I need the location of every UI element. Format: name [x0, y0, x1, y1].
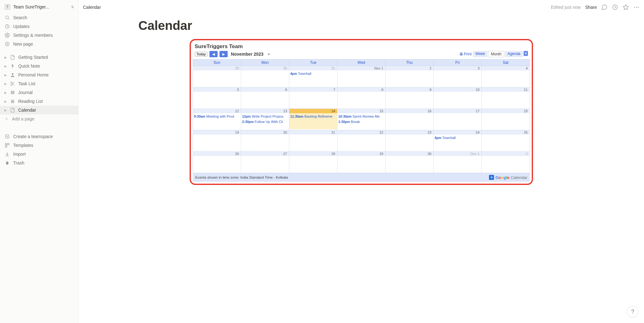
day-header: Thu	[386, 59, 434, 66]
settings-button[interactable]: Settings & members	[0, 31, 78, 40]
calendar-cell[interactable]: 25	[482, 130, 530, 152]
newpage-button[interactable]: New page	[0, 40, 78, 48]
calendar-cell[interactable]: 20	[241, 130, 289, 152]
calendar-toolbar: Today ◀ ▶ November 2023 ▼ 🖶 Print Week	[193, 50, 530, 59]
calendar-cell[interactable]: 27	[241, 152, 289, 173]
calendar-cell[interactable]: 7	[289, 87, 337, 109]
chevron-right-icon[interactable]: ▶	[3, 109, 8, 112]
calendar-cell[interactable]: 129:30am Meeting with Prod	[193, 109, 241, 130]
calendar-cell[interactable]: 5	[193, 87, 241, 109]
chevron-right-icon[interactable]: ▶	[3, 56, 8, 59]
calendar-cell[interactable]: 19	[193, 130, 241, 152]
calendar-cell[interactable]: 3	[434, 66, 482, 87]
date-number: 24	[434, 130, 481, 135]
chevron-right-icon[interactable]: ▶	[3, 73, 8, 77]
calendar-cell[interactable]: 22	[337, 130, 386, 152]
view-month-tab[interactable]: Month	[488, 51, 504, 57]
calendar-event[interactable]: 9:30am Meeting with Prod	[194, 114, 240, 119]
more-icon[interactable]	[633, 4, 640, 10]
day-header: Tue	[289, 59, 337, 66]
page-label: Calendar	[18, 108, 36, 113]
create-teamspace-button[interactable]: Create a teamspace	[0, 132, 78, 141]
svg-point-0	[6, 16, 8, 19]
page-item-journal[interactable]: ▶Journal	[0, 88, 78, 97]
calendar-cell[interactable]: 1312pm Write Project Propos2:30pm Follow…	[241, 109, 289, 130]
calendar-cell[interactable]: Nov 1	[337, 66, 386, 87]
calendar-cell[interactable]: Dec 1	[434, 152, 482, 173]
import-button[interactable]: Import	[0, 150, 78, 159]
today-button[interactable]: Today	[195, 52, 208, 57]
calendar-cell[interactable]: 10	[434, 87, 482, 109]
add-page-button[interactable]: ＋ Add a page	[0, 114, 78, 123]
date-number: 10	[434, 87, 481, 92]
calendar-cell[interactable]: 2	[386, 66, 434, 87]
svg-point-9	[11, 84, 12, 86]
settings-label: Settings & members	[13, 33, 53, 38]
calendar-cell[interactable]: 23	[386, 130, 434, 152]
calendar-footer: Events shown in time zone: India Standar…	[193, 173, 530, 182]
trash-button[interactable]: Trash	[0, 159, 78, 167]
google-calendar-badge[interactable]: + Google Calendar	[489, 175, 527, 180]
page-item-personal-home[interactable]: ▶Personal Home	[0, 70, 78, 79]
calendar-event[interactable]: 1:30pm Break	[338, 119, 384, 125]
chevron-right-icon[interactable]: ▶	[3, 91, 8, 94]
calendar-cell[interactable]: 29	[193, 66, 241, 87]
svg-point-3	[7, 35, 8, 36]
clock-icon	[4, 24, 10, 29]
calendar-cell[interactable]: 1510:30am Sprint Review Me1:30pm Break	[337, 109, 386, 130]
templates-button[interactable]: Templates	[0, 141, 78, 150]
doc-icon	[10, 108, 16, 113]
view-agenda-tab[interactable]: Agenda	[505, 51, 523, 57]
calendar-cell[interactable]: 11	[482, 87, 530, 109]
comments-icon[interactable]	[601, 4, 608, 10]
page-item-getting-started[interactable]: ▶Getting Started	[0, 53, 78, 62]
calendar-cell[interactable]: 28	[289, 152, 337, 173]
view-week-tab[interactable]: Week	[473, 51, 487, 57]
breadcrumb[interactable]: Calendar	[83, 5, 101, 10]
share-button[interactable]: Share	[585, 5, 597, 10]
calendar-cell[interactable]: 314pm Townhall	[289, 66, 337, 87]
calendar-cell[interactable]: 6	[241, 87, 289, 109]
calendar-cell[interactable]: 1411:30am Backlog Refineme	[289, 109, 337, 130]
calendar-event[interactable]: 4pm Townhall	[290, 71, 336, 76]
chevron-right-icon[interactable]: ▶	[3, 100, 8, 103]
page-item-calendar[interactable]: ▶Calendar	[0, 106, 78, 114]
calendar-cell[interactable]: 17	[434, 109, 482, 130]
next-button[interactable]: ▶	[219, 51, 228, 57]
page-item-reading-list[interactable]: ▶Reading List	[0, 97, 78, 106]
month-dropdown-icon[interactable]: ▼	[267, 53, 270, 56]
chevron-right-icon[interactable]: ▶	[3, 82, 8, 86]
calendar-cell[interactable]: 29	[337, 152, 386, 173]
calendar-cell[interactable]: 244pm Townhall	[434, 130, 482, 152]
history-icon[interactable]	[612, 4, 618, 10]
calendar-event[interactable]: 12pm Write Project Propos	[242, 114, 288, 119]
calendar-cell[interactable]: 18	[482, 109, 530, 130]
calendar-event[interactable]: 11:30am Backlog Refineme	[290, 114, 336, 119]
page-item-quick-note[interactable]: ▶Quick Note	[0, 62, 78, 70]
prev-button[interactable]: ◀	[209, 51, 218, 57]
print-button[interactable]: 🖶 Print	[459, 52, 472, 56]
calendar-cell[interactable]: 8	[337, 87, 386, 109]
workspace-name: Team SureTriger...	[13, 4, 69, 9]
workspace-switcher[interactable]: T Team SureTriger... ⇅	[0, 3, 78, 13]
calendar-cell[interactable]: 2	[482, 152, 530, 173]
calendar-cell[interactable]: 9	[386, 87, 434, 109]
calendar-event[interactable]: 4pm Townhall	[435, 135, 480, 141]
calendar-cell[interactable]: 4	[482, 66, 530, 87]
help-button[interactable]: ?	[627, 306, 638, 317]
calendar-event[interactable]: 2:30pm Follow Up With Cli	[242, 119, 288, 125]
calendar-cell[interactable]: 16	[386, 109, 434, 130]
calendar-cell[interactable]: 30	[386, 152, 434, 173]
calendar-cell[interactable]: 30	[241, 66, 289, 87]
agenda-dropdown-icon[interactable]: ▼	[524, 51, 528, 56]
page-item-task-list[interactable]: ▶Task List	[0, 79, 78, 88]
calendar-event[interactable]: 10:30am Sprint Review Me	[338, 114, 384, 119]
svg-rect-17	[5, 146, 7, 147]
updates-button[interactable]: Updates	[0, 22, 78, 31]
calendar-cell[interactable]: 21	[289, 130, 337, 152]
star-icon[interactable]	[623, 4, 629, 10]
print-label: Print	[464, 52, 472, 56]
chevron-right-icon[interactable]: ▶	[3, 64, 8, 68]
search-button[interactable]: Search	[0, 13, 78, 22]
calendar-cell[interactable]: 26	[193, 152, 241, 173]
